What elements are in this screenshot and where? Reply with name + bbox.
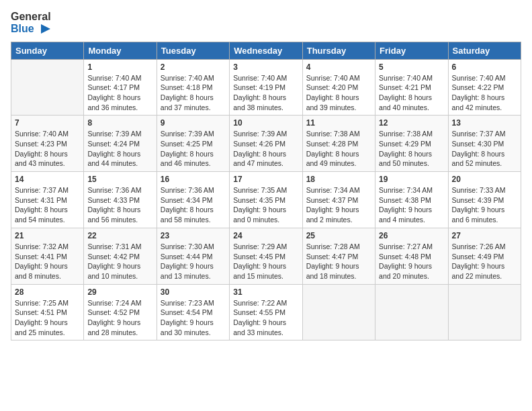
logo-general: General — [11, 11, 51, 22]
daylight-text: Daylight: 8 hours and 50 minutes. — [379, 150, 432, 168]
sunrise-text: Sunrise: 7:37 AM — [15, 186, 69, 194]
sunset-text: Sunset: 4:31 PM — [15, 196, 67, 204]
day-cell: 21Sunrise: 7:32 AMSunset: 4:41 PMDayligh… — [11, 228, 84, 284]
sunrise-text: Sunrise: 7:40 AM — [87, 74, 141, 82]
day-info: Sunrise: 7:39 AMSunset: 4:26 PMDaylight:… — [233, 129, 298, 169]
sunrise-text: Sunrise: 7:40 AM — [233, 74, 287, 82]
sunrise-text: Sunrise: 7:40 AM — [161, 74, 214, 82]
sunrise-text: Sunrise: 7:39 AM — [233, 130, 287, 138]
sunset-text: Sunset: 4:45 PM — [233, 253, 285, 261]
day-info: Sunrise: 7:29 AMSunset: 4:45 PMDaylight:… — [233, 242, 298, 281]
day-number: 3 — [233, 62, 298, 72]
sunrise-text: Sunrise: 7:28 AM — [306, 242, 360, 250]
day-info: Sunrise: 7:40 AMSunset: 4:17 PMDaylight:… — [87, 73, 152, 113]
day-cell: 14Sunrise: 7:37 AMSunset: 4:31 PMDayligh… — [11, 172, 84, 228]
sunset-text: Sunset: 4:41 PM — [15, 253, 67, 261]
day-info: Sunrise: 7:22 AMSunset: 4:55 PMDaylight:… — [233, 298, 298, 338]
day-info: Sunrise: 7:40 AMSunset: 4:21 PMDaylight:… — [379, 73, 444, 113]
day-info: Sunrise: 7:38 AMSunset: 4:29 PMDaylight:… — [379, 129, 444, 169]
daylight-text: Daylight: 8 hours and 54 minutes. — [15, 205, 68, 224]
sunset-text: Sunset: 4:47 PM — [306, 253, 359, 261]
day-cell: 13Sunrise: 7:37 AMSunset: 4:30 PMDayligh… — [448, 116, 521, 172]
sunset-text: Sunset: 4:23 PM — [15, 140, 67, 148]
daylight-text: Daylight: 8 hours and 52 minutes. — [452, 150, 505, 168]
sunrise-text: Sunrise: 7:40 AM — [306, 74, 360, 82]
day-number: 12 — [379, 118, 444, 128]
daylight-text: Daylight: 8 hours and 58 minutes. — [161, 205, 214, 224]
sunset-text: Sunset: 4:35 PM — [233, 196, 285, 204]
sunset-text: Sunset: 4:38 PM — [379, 196, 431, 204]
sunrise-text: Sunrise: 7:34 AM — [306, 186, 360, 194]
day-cell: 11Sunrise: 7:38 AMSunset: 4:28 PMDayligh… — [302, 116, 375, 172]
calendar-container: General Blue SundayMondayTuesdayWednesda… — [0, 0, 532, 346]
week-row-5: 28Sunrise: 7:25 AMSunset: 4:51 PMDayligh… — [11, 284, 521, 340]
week-row-2: 7Sunrise: 7:40 AMSunset: 4:23 PMDaylight… — [11, 116, 521, 172]
sunrise-text: Sunrise: 7:39 AM — [161, 130, 214, 138]
day-number: 27 — [452, 231, 517, 240]
sunrise-text: Sunrise: 7:29 AM — [233, 242, 287, 250]
day-number: 29 — [87, 287, 152, 297]
day-info: Sunrise: 7:36 AMSunset: 4:34 PMDaylight:… — [161, 185, 226, 225]
day-cell — [11, 59, 84, 116]
day-cell: 1Sunrise: 7:40 AMSunset: 4:17 PMDaylight… — [84, 59, 157, 116]
sunset-text: Sunset: 4:29 PM — [379, 140, 431, 148]
daylight-text: Daylight: 8 hours and 38 minutes. — [233, 93, 286, 111]
daylight-text: Daylight: 9 hours and 15 minutes. — [233, 262, 286, 280]
day-cell: 28Sunrise: 7:25 AMSunset: 4:51 PMDayligh… — [11, 284, 84, 340]
sunset-text: Sunset: 4:20 PM — [306, 83, 359, 91]
sunrise-text: Sunrise: 7:27 AM — [379, 242, 433, 250]
logo-triangle-icon — [38, 23, 50, 35]
day-info: Sunrise: 7:24 AMSunset: 4:52 PMDaylight:… — [87, 298, 152, 338]
day-number: 1 — [87, 62, 152, 72]
day-number: 20 — [452, 175, 517, 184]
week-row-3: 14Sunrise: 7:37 AMSunset: 4:31 PMDayligh… — [11, 172, 521, 228]
day-cell — [448, 284, 521, 340]
day-number: 11 — [306, 118, 371, 128]
daylight-text: Daylight: 9 hours and 18 minutes. — [306, 262, 359, 280]
day-number: 5 — [379, 62, 444, 72]
day-cell: 27Sunrise: 7:26 AMSunset: 4:49 PMDayligh… — [448, 228, 521, 284]
day-cell: 29Sunrise: 7:24 AMSunset: 4:52 PMDayligh… — [84, 284, 157, 340]
day-cell: 19Sunrise: 7:34 AMSunset: 4:38 PMDayligh… — [375, 172, 448, 228]
day-number: 23 — [161, 231, 226, 240]
day-number: 22 — [87, 231, 152, 240]
daylight-text: Daylight: 8 hours and 42 minutes. — [452, 93, 505, 111]
day-number: 8 — [87, 118, 152, 128]
day-cell: 5Sunrise: 7:40 AMSunset: 4:21 PMDaylight… — [375, 59, 448, 116]
daylight-text: Daylight: 9 hours and 10 minutes. — [87, 262, 140, 280]
daylight-text: Daylight: 9 hours and 13 minutes. — [161, 262, 214, 280]
daylight-text: Daylight: 8 hours and 49 minutes. — [306, 150, 359, 168]
day-cell: 17Sunrise: 7:35 AMSunset: 4:35 PMDayligh… — [230, 172, 302, 228]
sunrise-text: Sunrise: 7:34 AM — [379, 186, 433, 194]
calendar-table: SundayMondayTuesdayWednesdayThursdayFrid… — [11, 42, 521, 341]
day-info: Sunrise: 7:40 AMSunset: 4:19 PMDaylight:… — [233, 73, 298, 113]
sunrise-text: Sunrise: 7:26 AM — [452, 242, 506, 250]
daylight-text: Daylight: 9 hours and 8 minutes. — [15, 262, 68, 280]
sunset-text: Sunset: 4:24 PM — [87, 140, 140, 148]
day-number: 31 — [233, 287, 298, 297]
sunrise-text: Sunrise: 7:31 AM — [87, 242, 141, 250]
day-number: 19 — [379, 175, 444, 184]
day-number: 17 — [233, 175, 298, 184]
daylight-text: Daylight: 8 hours and 43 minutes. — [15, 150, 68, 168]
daylight-text: Daylight: 9 hours and 4 minutes. — [379, 205, 432, 224]
sunrise-text: Sunrise: 7:33 AM — [452, 186, 506, 194]
day-info: Sunrise: 7:38 AMSunset: 4:28 PMDaylight:… — [306, 129, 371, 169]
daylight-text: Daylight: 9 hours and 20 minutes. — [379, 262, 432, 280]
sunrise-text: Sunrise: 7:36 AM — [87, 186, 141, 194]
day-cell: 4Sunrise: 7:40 AMSunset: 4:20 PMDaylight… — [302, 59, 375, 116]
day-cell: 10Sunrise: 7:39 AMSunset: 4:26 PMDayligh… — [230, 116, 302, 172]
day-cell: 22Sunrise: 7:31 AMSunset: 4:42 PMDayligh… — [84, 228, 157, 284]
day-cell: 9Sunrise: 7:39 AMSunset: 4:25 PMDaylight… — [157, 116, 229, 172]
day-number: 21 — [15, 231, 80, 240]
day-info: Sunrise: 7:40 AMSunset: 4:18 PMDaylight:… — [161, 73, 226, 113]
sunset-text: Sunset: 4:37 PM — [306, 196, 359, 204]
day-cell: 30Sunrise: 7:23 AMSunset: 4:54 PMDayligh… — [157, 284, 229, 340]
day-cell — [302, 284, 375, 340]
day-info: Sunrise: 7:30 AMSunset: 4:44 PMDaylight:… — [161, 242, 226, 281]
day-cell: 31Sunrise: 7:22 AMSunset: 4:55 PMDayligh… — [230, 284, 302, 340]
daylight-text: Daylight: 8 hours and 47 minutes. — [233, 150, 286, 168]
sunrise-text: Sunrise: 7:22 AM — [233, 299, 287, 307]
day-info: Sunrise: 7:35 AMSunset: 4:35 PMDaylight:… — [233, 185, 298, 225]
logo-blue: Blue — [11, 23, 34, 34]
